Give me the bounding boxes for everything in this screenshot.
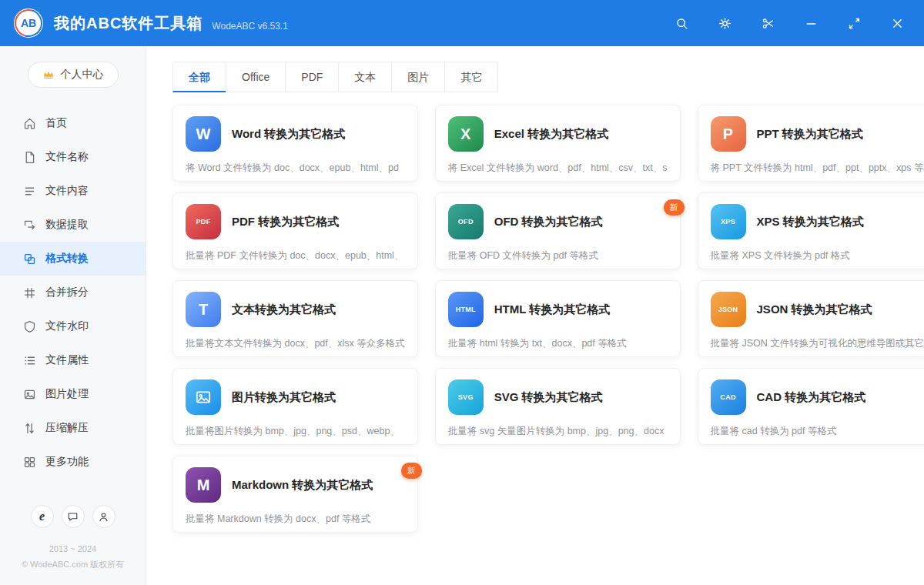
sidebar-item-label: 文件内容 bbox=[45, 184, 89, 198]
sidebar-item-label: 合并拆分 bbox=[45, 286, 89, 299]
sidebar-item-label: 更多功能 bbox=[45, 455, 89, 469]
tab-office[interactable]: Office bbox=[226, 62, 286, 92]
sidebar-bottom-icons: e bbox=[0, 496, 146, 534]
sidebar-item-merge-split[interactable]: 合并拆分 bbox=[0, 276, 146, 309]
card-desc: 批量将 OFD 文件转换为 pdf 等格式 bbox=[448, 249, 668, 262]
tab-image[interactable]: 图片 bbox=[391, 62, 445, 92]
card-desc: 批量将 XPS 文件转换为 pdf 格式 bbox=[711, 249, 924, 262]
card-desc: 批量将图片转换为 bmp、jpg、png、psd、webp、 bbox=[186, 425, 405, 438]
file-name-icon bbox=[23, 151, 36, 164]
card-title: Markdown 转换为其它格式 bbox=[232, 478, 373, 493]
sidebar-item-data-extract[interactable]: 数据提取 bbox=[0, 208, 146, 242]
scissors-icon[interactable] bbox=[762, 17, 775, 30]
browser-icon[interactable]: e bbox=[31, 505, 54, 528]
text-icon: T bbox=[186, 292, 221, 327]
card-desc: 批量将文本文件转换为 docx、pdf、xlsx 等众多格式 bbox=[186, 337, 405, 350]
sidebar-item-home[interactable]: 首页 bbox=[0, 106, 146, 140]
app-title: 我的ABC软件工具箱 bbox=[54, 13, 203, 34]
tab-text[interactable]: 文本 bbox=[338, 62, 392, 92]
properties-icon bbox=[23, 354, 36, 367]
tool-card-html[interactable]: HTML HTML 转换为其它格式 批量将 html 转换为 txt、docx、… bbox=[435, 280, 681, 357]
tab-other[interactable]: 其它 bbox=[444, 62, 498, 92]
content-area: 全部 Office PDF 文本 图片 其它 W Word 转换为其它格式 将 … bbox=[146, 46, 924, 585]
ppt-icon: P bbox=[711, 116, 746, 152]
watermark-icon bbox=[23, 320, 36, 333]
sidebar-item-label: 首页 bbox=[45, 116, 67, 130]
contact-icon[interactable] bbox=[92, 505, 116, 528]
card-desc: 将 Word 文件转换为 doc、docx、epub、html、pd bbox=[186, 162, 405, 175]
excel-icon: X bbox=[448, 116, 484, 152]
sidebar-item-label: 压缩解压 bbox=[45, 421, 89, 435]
tool-card-ofd[interactable]: 新 OFD OFD 转换为其它格式 批量将 OFD 文件转换为 pdf 等格式 bbox=[435, 192, 681, 269]
category-tabs: 全部 Office PDF 文本 图片 其它 bbox=[172, 62, 901, 92]
cad-icon: CAD bbox=[711, 379, 746, 415]
card-title: HTML 转换为其它格式 bbox=[494, 303, 611, 317]
sidebar-item-file-content[interactable]: 文件内容 bbox=[0, 174, 146, 208]
image-icon bbox=[186, 379, 221, 415]
pdf-icon: PDF bbox=[186, 204, 221, 239]
tool-card-word[interactable]: W Word 转换为其它格式 将 Word 文件转换为 doc、docx、epu… bbox=[172, 105, 418, 182]
sidebar-item-image-process[interactable]: 图片处理 bbox=[0, 377, 146, 411]
sidebar-item-label: 数据提取 bbox=[45, 218, 89, 232]
card-title: PPT 转换为其它格式 bbox=[757, 127, 863, 142]
card-desc: 批量将 cad 转换为 pdf 等格式 bbox=[711, 425, 924, 438]
titlebar: AB 我的ABC软件工具箱 WodeABC v6.53.1 bbox=[0, 0, 924, 46]
minimize-icon[interactable] bbox=[805, 17, 818, 30]
tool-card-cad[interactable]: CAD CAD 转换为其它格式 批量将 cad 转换为 pdf 等格式 bbox=[698, 368, 924, 445]
html-icon: HTML bbox=[448, 292, 484, 327]
chat-icon[interactable] bbox=[62, 505, 85, 528]
tab-all[interactable]: 全部 bbox=[172, 62, 226, 92]
tool-card-grid: W Word 转换为其它格式 将 Word 文件转换为 doc、docx、epu… bbox=[172, 105, 901, 533]
card-title: CAD 转换为其它格式 bbox=[757, 390, 866, 405]
word-icon: W bbox=[186, 116, 221, 152]
sidebar-footer: 2013 ~ 2024 © WodeABC.com 版权所有 bbox=[0, 534, 146, 585]
main-area: 个人中心 首页 文件名称 文件内容 数据提取 bbox=[0, 46, 924, 585]
tool-card-text[interactable]: T 文本转换为其它格式 批量将文本文件转换为 docx、pdf、xlsx 等众多… bbox=[172, 280, 418, 357]
card-desc: 批量将 html 转换为 txt、docx、pdf 等格式 bbox=[448, 337, 668, 350]
sidebar-item-label: 图片处理 bbox=[45, 387, 89, 401]
card-title: JSON 转换为其它格式 bbox=[757, 303, 872, 317]
sidebar-item-file-name[interactable]: 文件名称 bbox=[0, 140, 146, 174]
sidebar-item-properties[interactable]: 文件属性 bbox=[0, 343, 146, 377]
json-icon: JSON bbox=[711, 292, 746, 327]
ofd-icon: OFD bbox=[448, 204, 484, 239]
profile-center-button[interactable]: 个人中心 bbox=[28, 62, 119, 88]
sidebar-item-compress[interactable]: 压缩解压 bbox=[0, 411, 146, 445]
sidebar-item-watermark[interactable]: 文件水印 bbox=[0, 309, 146, 343]
card-desc: 批量将 svg 矢量图片转换为 bmp、jpg、png、docx bbox=[448, 425, 668, 438]
card-title: XPS 转换为其它格式 bbox=[757, 215, 864, 229]
close-icon[interactable] bbox=[891, 17, 904, 30]
card-title: Excel 转换为其它格式 bbox=[494, 127, 608, 142]
tool-card-json[interactable]: JSON JSON 转换为其它格式 批量将 JSON 文件转换为可视化的思维导图… bbox=[698, 280, 924, 357]
card-desc: 批量将 JSON 文件转换为可视化的思维导图或其它格式 bbox=[711, 337, 924, 350]
app-logo: AB bbox=[14, 8, 43, 38]
tool-card-image[interactable]: 图片转换为其它格式 批量将图片转换为 bmp、jpg、png、psd、webp、 bbox=[172, 368, 418, 445]
merge-split-icon bbox=[23, 286, 36, 299]
new-badge: 新 bbox=[401, 463, 422, 479]
sidebar-item-label: 文件属性 bbox=[45, 353, 89, 367]
card-title: OFD 转换为其它格式 bbox=[494, 215, 603, 229]
card-desc: 将 PPT 文件转换为 html、pdf、ppt、pptx、xps 等格式 bbox=[711, 162, 924, 175]
titlebar-actions bbox=[675, 17, 904, 30]
profile-center-label: 个人中心 bbox=[61, 68, 104, 82]
resize-icon[interactable] bbox=[848, 17, 861, 30]
tool-card-markdown[interactable]: 新 M Markdown 转换为其它格式 批量将 Markdown 转换为 do… bbox=[172, 456, 418, 533]
sidebar-item-label: 文件名称 bbox=[45, 150, 89, 164]
tool-card-pdf[interactable]: PDF PDF 转换为其它格式 批量将 PDF 文件转换为 doc、docx、e… bbox=[172, 192, 418, 269]
sidebar: 个人中心 首页 文件名称 文件内容 数据提取 bbox=[0, 46, 146, 585]
sidebar-item-more[interactable]: 更多功能 bbox=[0, 445, 146, 479]
tool-card-xps[interactable]: XPS XPS 转换为其它格式 批量将 XPS 文件转换为 pdf 格式 bbox=[698, 192, 924, 269]
tool-card-svg[interactable]: SVG SVG 转换为其它格式 批量将 svg 矢量图片转换为 bmp、jpg、… bbox=[435, 368, 681, 445]
card-title: Word 转换为其它格式 bbox=[232, 127, 345, 142]
card-title: SVG 转换为其它格式 bbox=[494, 390, 603, 405]
new-badge: 新 bbox=[664, 199, 685, 216]
settings-gear-icon[interactable] bbox=[718, 17, 732, 30]
sidebar-item-format-convert[interactable]: 格式转换 bbox=[0, 242, 146, 276]
tool-card-excel[interactable]: X Excel 转换为其它格式 将 Excel 文件转换为 word、pdf、h… bbox=[435, 105, 681, 182]
markdown-icon: M bbox=[186, 467, 221, 503]
tab-pdf[interactable]: PDF bbox=[285, 62, 339, 92]
tool-card-ppt[interactable]: P PPT 转换为其它格式 将 PPT 文件转换为 html、pdf、ppt、p… bbox=[698, 105, 924, 182]
copyright-text: © WodeABC.com 版权所有 bbox=[0, 557, 146, 573]
search-icon[interactable] bbox=[675, 17, 688, 30]
svg-icon: SVG bbox=[448, 379, 484, 415]
